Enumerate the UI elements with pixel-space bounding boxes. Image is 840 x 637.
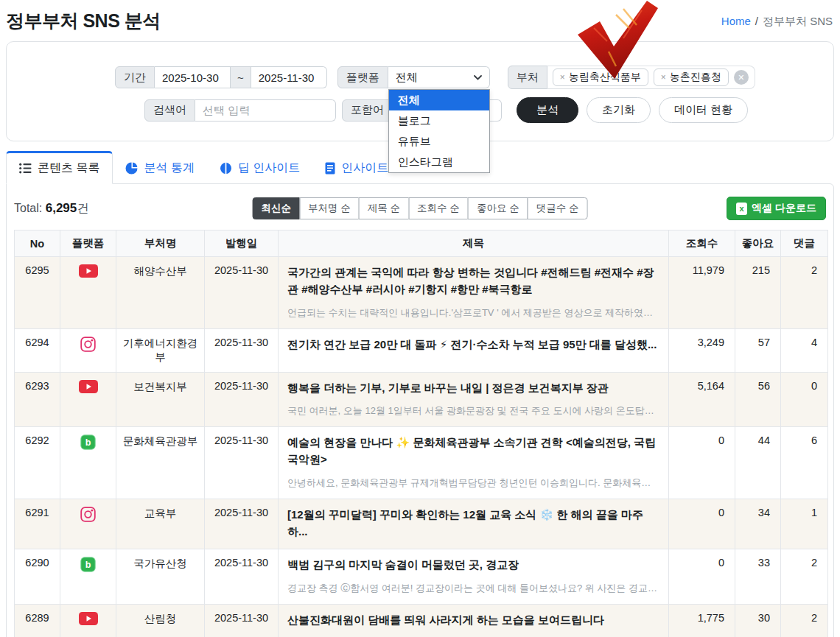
row-views: 5,164 (669, 372, 735, 426)
blog-icon: b (60, 549, 116, 604)
table-row: 6293 보건복지부 2025-11-30 행복을 더하는 기부, 기부로 바꾸… (15, 372, 828, 426)
excel-download-button[interactable]: x 엑셀 다운로드 (727, 197, 826, 220)
clear-tags-button[interactable]: ✕ (734, 70, 749, 85)
row-title-link[interactable]: 백범 김구의 마지막 숨결이 머물렀던 곳, 경교장 (287, 556, 659, 573)
keyword-input[interactable] (195, 99, 336, 122)
table-row: 6294 기후에너지환경부 2025-11-30 전기차 연간 보급 20만 대… (15, 328, 828, 372)
ministry-tag[interactable]: × 농촌진흥청 (654, 68, 729, 86)
keyword-label: 검색어 (144, 99, 195, 122)
tab-deep-insight[interactable]: 딥 인사이트 (207, 153, 312, 183)
row-comments: 4 (781, 328, 828, 372)
row-ministry: 국가유산청 (116, 549, 205, 604)
sort-title-button[interactable]: 제목 순 (359, 197, 409, 219)
analyze-button[interactable]: 분석 (517, 97, 578, 123)
sort-views-button[interactable]: 조회수 순 (408, 197, 469, 219)
row-comments: 1 (781, 499, 828, 549)
col-header-comments: 댓글 (781, 230, 828, 257)
row-date: 2025-11-30 (205, 427, 279, 499)
row-likes: 34 (735, 499, 781, 549)
row-views: 0 (669, 499, 735, 549)
sort-latest-button[interactable]: 최신순 (253, 197, 301, 219)
row-comments: 0 (781, 372, 828, 426)
row-date: 2025-11-30 (205, 499, 279, 549)
row-title-link[interactable]: 전기차 연간 보급 20만 대 돌파 ⚡ 전기·수소차 누적 보급 95만 대를… (287, 336, 659, 353)
date-to-input[interactable] (251, 66, 327, 88)
table-header-row: No 플랫폼 부처명 발행일 제목 조회수 좋아요 댓글 (15, 230, 828, 257)
row-no: 6292 (15, 427, 60, 499)
chevron-down-icon (474, 75, 482, 80)
tab-analysis-stats[interactable]: 분석 통계 (113, 153, 206, 183)
sort-ministry-button[interactable]: 부처명 순 (299, 197, 360, 219)
platform-dropdown: 전체 블로그 유튜브 인스타그램 (388, 89, 490, 173)
platform-option-all[interactable]: 전체 (389, 90, 489, 110)
ministry-tag-box: × 농림축산식품부 × 농촌진흥청 ✕ (547, 66, 755, 89)
document-icon (325, 162, 335, 175)
row-comments: 2 (781, 257, 828, 329)
youtube-icon (60, 257, 116, 329)
platform-label: 플랫폼 (337, 66, 388, 88)
list-icon (19, 163, 32, 174)
sort-comments-button[interactable]: 댓글수 순 (528, 197, 588, 219)
table-row: 6292 b 문화체육관광부 2025-11-30 예술의 현장을 만나다 ✨ … (15, 427, 828, 499)
row-ministry: 해양수산부 (116, 257, 205, 329)
sort-button-group: 최신순 부처명 순 제목 순 조회수 순 좋아요 순 댓글수 순 (253, 197, 588, 219)
sort-likes-button[interactable]: 좋아요 순 (468, 197, 528, 219)
data-status-button[interactable]: 데이터 현황 (659, 97, 748, 123)
tab-content-list[interactable]: 콘텐츠 목록 (6, 151, 113, 184)
tag-remove-icon[interactable]: × (560, 72, 565, 82)
row-no: 6293 (15, 372, 60, 426)
row-views: 0 (669, 427, 735, 499)
row-title-link[interactable]: 예술의 현장을 만나다 ✨ 문화체육관광부 소속기관 견학 <예술의전당, 국립… (287, 434, 659, 468)
row-no: 6291 (15, 499, 60, 549)
ministry-tag-label: 농촌진흥청 (670, 71, 721, 84)
row-description: 안녕하세요, 문화체육관광부 규제개혁법무담당관 청년인턴 이승희입니다. 문화… (287, 476, 659, 490)
breadcrumb-home-link[interactable]: Home (721, 15, 751, 27)
row-title-link[interactable]: 행복을 더하는 기부, 기부로 바꾸는 내일 | 정은경 보건복지부 장관 (287, 379, 659, 396)
period-label: 기간 (115, 66, 155, 88)
content-list-panel: Total: 6,295건 최신순 부처명 순 제목 순 조회수 순 좋아요 순… (6, 183, 834, 637)
table-row: 6289 산림청 2025-11-30 산불진화대원이 담배를 띄워 사라지게 … (15, 604, 828, 637)
breadcrumb-separator: / (755, 15, 758, 27)
col-header-likes: 좋아요 (735, 230, 781, 257)
svg-text:b: b (85, 437, 91, 448)
excel-icon: x (736, 203, 747, 215)
include-label: 포함어 (342, 99, 393, 122)
list-toolbar: Total: 6,295건 최신순 부처명 순 제목 순 조회수 순 좋아요 순… (7, 184, 833, 230)
platform-select[interactable]: 전체 (388, 66, 490, 88)
row-ministry: 문화체육관광부 (116, 427, 205, 499)
row-date: 2025-11-30 (205, 372, 279, 426)
tab-label: 분석 통계 (144, 161, 194, 176)
reset-button[interactable]: 초기화 (587, 97, 651, 123)
row-likes: 56 (735, 372, 781, 426)
deep-insight-icon (220, 162, 232, 175)
table-row: 6295 해양수산부 2025-11-30 국가간의 관계는 국익에 따라 항상… (15, 257, 828, 329)
row-title-link[interactable]: 국가간의 관계는 국익에 따라 항상 변하는 것입니다 #전해드림 #전재수 #… (287, 264, 659, 298)
row-no: 6295 (15, 257, 60, 329)
row-views: 1,775 (669, 604, 735, 637)
platform-option-youtube[interactable]: 유튜브 (389, 131, 489, 152)
date-range-tilde: ~ (231, 66, 251, 88)
row-description: 언급되는 수치는 대략적인 내용입니다.'삼프로TV ' 에서 제공받은 영상으… (287, 306, 659, 320)
platform-selected-value: 전체 (396, 71, 418, 85)
col-header-ministry: 부처명 (116, 230, 205, 257)
date-from-input[interactable] (155, 66, 231, 88)
tag-remove-icon[interactable]: × (661, 72, 666, 82)
breadcrumb-current: 정부부처 SNS (763, 15, 833, 27)
platform-option-instagram[interactable]: 인스타그램 (389, 152, 489, 172)
platform-option-blog[interactable]: 블로그 (389, 110, 489, 131)
row-ministry: 보건복지부 (116, 372, 205, 426)
row-date: 2025-11-30 (205, 257, 279, 329)
row-title-link[interactable]: [12월의 꾸미달력] 꾸미와 확인하는 12월 교육 소식 ❄️ 한 해의 끝… (287, 506, 659, 541)
col-header-title: 제목 (279, 230, 669, 257)
row-comments: 2 (781, 604, 828, 637)
period-filter-group: 기간 ~ (115, 66, 327, 88)
ministry-tag[interactable]: × 농림축산식품부 (553, 68, 648, 86)
row-no: 6289 (15, 604, 60, 637)
row-ministry: 산림청 (116, 604, 205, 637)
content-table: No 플랫폼 부처명 발행일 제목 조회수 좋아요 댓글 6295 해양수산부 … (14, 230, 828, 637)
row-comments: 6 (781, 427, 828, 499)
row-views: 0 (669, 549, 735, 604)
row-likes: 44 (735, 427, 781, 499)
row-likes: 57 (735, 328, 781, 372)
row-title-link[interactable]: 산불진화대원이 담배를 띄워 사라지게 하는 모습을 보여드립니다 (287, 611, 659, 628)
